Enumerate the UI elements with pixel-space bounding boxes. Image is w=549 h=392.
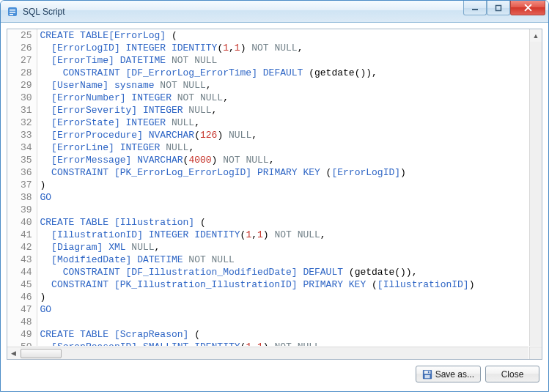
horizontal-scrollbar[interactable]: ◀ [7, 347, 528, 359]
code-content[interactable]: CREATE TABLE [ScrapReason] ( [37, 328, 528, 341]
code-content[interactable]: [ErrorSeverity] INTEGER NULL, [37, 104, 528, 117]
code-content[interactable]: [ErrorState] INTEGER NULL, [37, 117, 528, 129]
line-number: 47 [7, 303, 37, 316]
line-number: 46 [7, 291, 37, 303]
line-number: 26 [7, 42, 37, 54]
svg-rect-1 [10, 10, 15, 11]
svg-rect-9 [424, 370, 430, 373]
code-line[interactable]: 35 [ErrorMessage] NVARCHAR(4000) NOT NUL… [7, 154, 528, 166]
code-editor[interactable]: 25CREATE TABLE[ErrorLog] (26 [ErrorLogID… [7, 29, 528, 346]
line-number: 40 [7, 216, 37, 229]
code-line[interactable]: 40CREATE TABLE [Illustration] ( [7, 216, 528, 229]
editor-frame: 25CREATE TABLE[ErrorLog] (26 [ErrorLogID… [7, 29, 542, 360]
code-line[interactable]: 42 [Diagram] XML NULL, [7, 241, 528, 254]
close-button[interactable]: Close [485, 366, 539, 382]
code-content[interactable]: ) [37, 291, 528, 303]
code-content[interactable]: CONSTRAINT [PK_ErrorLog_ErrorLogID] PRIM… [37, 166, 528, 179]
line-number: 32 [7, 117, 37, 129]
code-content[interactable] [37, 316, 528, 328]
line-number: 50 [7, 341, 37, 346]
button-bar: Save as... Close [7, 366, 542, 385]
code-line[interactable]: 48 [7, 316, 528, 328]
maximize-button[interactable] [487, 1, 510, 15]
line-number: 29 [7, 79, 37, 92]
code-content[interactable]: CONSTRAINT [PK_Illustration_Illustration… [37, 278, 528, 291]
svg-rect-5 [496, 5, 501, 10]
line-number: 44 [7, 266, 37, 278]
code-line[interactable]: 29 [UserName] sysname NOT NULL, [7, 79, 528, 92]
code-line[interactable]: 36 CONSTRAINT [PK_ErrorLog_ErrorLogID] P… [7, 166, 528, 179]
code-line[interactable]: 44 CONSTRAINT [DF_Illustration_ModifiedD… [7, 266, 528, 278]
code-line[interactable]: 45 CONSTRAINT [PK_Illustration_Illustrat… [7, 278, 528, 291]
code-content[interactable]: ) [37, 179, 528, 191]
code-line[interactable]: 50 [ScrapReasonID] SMALLINT IDENTITY(1,1… [7, 341, 528, 346]
window-controls [463, 1, 545, 15]
code-content[interactable]: CREATE TABLE [Illustration] ( [37, 216, 528, 229]
titlebar[interactable]: SQL Script [1, 1, 548, 23]
scroll-up-icon[interactable]: ▲ [530, 29, 542, 42]
vertical-scrollbar[interactable]: ▲ [529, 29, 542, 346]
code-line[interactable]: 43 [ModifiedDate] DATETIME NOT NULL [7, 254, 528, 266]
app-icon [7, 6, 18, 18]
code-line[interactable]: 38GO [7, 191, 528, 204]
window-frame: SQL Script 25CREATE TABLE[ErrorLog] (26 … [0, 0, 549, 392]
code-content[interactable] [37, 204, 528, 216]
line-number: 36 [7, 166, 37, 179]
code-content[interactable]: [Diagram] XML NULL, [37, 241, 528, 254]
code-content[interactable]: [ErrorLogID] INTEGER IDENTITY(1,1) NOT N… [37, 42, 528, 54]
code-line[interactable]: 28 CONSTRAINT [DF_ErrorLog_ErrorTime] DE… [7, 67, 528, 79]
line-number: 27 [7, 54, 37, 67]
code-content[interactable]: CONSTRAINT [DF_Illustration_ModifiedDate… [37, 266, 528, 278]
window-title: SQL Script [23, 7, 65, 17]
code-content[interactable]: GO [37, 191, 528, 204]
line-number: 43 [7, 254, 37, 266]
save-as-button[interactable]: Save as... [416, 366, 481, 382]
line-number: 41 [7, 229, 37, 241]
line-number: 38 [7, 191, 37, 204]
line-number: 39 [7, 204, 37, 216]
code-line[interactable]: 32 [ErrorState] INTEGER NULL, [7, 117, 528, 129]
line-number: 30 [7, 92, 37, 104]
line-number: 48 [7, 316, 37, 328]
line-number: 28 [7, 67, 37, 79]
code-line[interactable]: 46) [7, 291, 528, 303]
code-line[interactable]: 37) [7, 179, 528, 191]
line-number: 34 [7, 141, 37, 154]
scroll-left-icon[interactable]: ◀ [7, 347, 20, 359]
code-content[interactable]: [UserName] sysname NOT NULL, [37, 79, 528, 92]
save-icon [422, 369, 432, 380]
code-content[interactable]: [IllustrationID] INTEGER IDENTITY(1,1) N… [37, 229, 528, 241]
code-content[interactable]: [ModifiedDate] DATETIME NOT NULL [37, 254, 528, 266]
line-number: 31 [7, 104, 37, 117]
code-line[interactable]: 41 [IllustrationID] INTEGER IDENTITY(1,1… [7, 229, 528, 241]
code-content[interactable]: [ErrorTime] DATETIME NOT NULL [37, 54, 528, 67]
svg-rect-3 [10, 14, 13, 15]
minimize-button[interactable] [463, 1, 487, 15]
scroll-corner [529, 347, 542, 359]
code-content[interactable]: GO [37, 303, 528, 316]
code-line[interactable]: 34 [ErrorLine] INTEGER NULL, [7, 141, 528, 154]
svg-rect-2 [10, 12, 15, 13]
code-line[interactable]: 47GO [7, 303, 528, 316]
code-content[interactable]: [ErrorNumber] INTEGER NOT NULL, [37, 92, 528, 104]
save-as-label: Save as... [435, 369, 474, 380]
code-content[interactable]: [ErrorMessage] NVARCHAR(4000) NOT NULL, [37, 154, 528, 166]
code-line[interactable]: 33 [ErrorProcedure] NVARCHAR(126) NULL, [7, 129, 528, 141]
code-line[interactable]: 27 [ErrorTime] DATETIME NOT NULL [7, 54, 528, 67]
close-window-button[interactable] [510, 1, 545, 15]
scroll-thumb[interactable] [21, 349, 62, 358]
line-number: 42 [7, 241, 37, 254]
code-line[interactable]: 39 [7, 204, 528, 216]
code-content[interactable]: CREATE TABLE[ErrorLog] ( [37, 29, 528, 42]
line-number: 45 [7, 278, 37, 291]
code-line[interactable]: 26 [ErrorLogID] INTEGER IDENTITY(1,1) NO… [7, 42, 528, 54]
content-area: 25CREATE TABLE[ErrorLog] (26 [ErrorLogID… [1, 23, 548, 391]
code-content[interactable]: CONSTRAINT [DF_ErrorLog_ErrorTime] DEFAU… [37, 67, 528, 79]
code-line[interactable]: 25CREATE TABLE[ErrorLog] ( [7, 29, 528, 42]
code-content[interactable]: [ScrapReasonID] SMALLINT IDENTITY(1,1) N… [37, 341, 528, 346]
code-line[interactable]: 49CREATE TABLE [ScrapReason] ( [7, 328, 528, 341]
code-content[interactable]: [ErrorProcedure] NVARCHAR(126) NULL, [37, 129, 528, 141]
code-line[interactable]: 30 [ErrorNumber] INTEGER NOT NULL, [7, 92, 528, 104]
code-line[interactable]: 31 [ErrorSeverity] INTEGER NULL, [7, 104, 528, 117]
code-content[interactable]: [ErrorLine] INTEGER NULL, [37, 141, 528, 154]
